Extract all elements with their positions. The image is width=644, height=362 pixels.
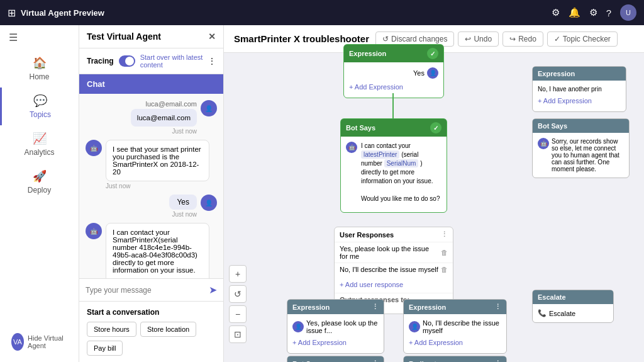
topics-icon: 💬 — [33, 94, 47, 108]
conv-btn-location[interactable]: Store location — [140, 322, 196, 337]
fit-button[interactable]: ⊡ — [229, 325, 247, 343]
sidebar-item-deploy-label: Deploy — [28, 186, 51, 195]
message-user-1: luca@email.com luca@email.com Just now 👤 — [86, 100, 217, 135]
expression-node-1[interactable]: Expression ✓ Yes 👤 + Add Expression — [343, 44, 444, 98]
bell-icon[interactable]: 🔔 — [569, 7, 580, 18]
bot-says-node-2[interactable]: Bot Says ⋮ 🤖 Ok, I am contacting the pri… — [287, 356, 384, 362]
add-user-response[interactable]: + Add user response — [335, 276, 453, 293]
close-icon[interactable]: ✕ — [208, 31, 216, 42]
user-avatar-1: 👤 — [201, 100, 217, 116]
reset-button[interactable]: ↺ — [229, 285, 247, 303]
user-bubble-1: luca@email.com — [131, 109, 197, 127]
user-avatar-2: 👤 — [201, 195, 217, 211]
analytics-icon: 📈 — [33, 132, 47, 145]
expression-right-node[interactable]: Expression No, I have another prin + Add… — [532, 66, 626, 112]
panel-header: Test Virtual Agent ✕ — [79, 25, 223, 48]
conversation-start-title: Start a conversation — [87, 308, 216, 317]
sidebar-item-home-label: Home — [29, 72, 49, 81]
bot-avatar-1: 🤖 — [86, 140, 102, 156]
chat-input-field[interactable] — [86, 286, 209, 295]
zoom-controls: + ↺ − ⊡ — [229, 265, 247, 343]
sidebar-item-analytics-label: Analytics — [24, 148, 54, 157]
expr3-avatar: 👤 — [409, 321, 420, 332]
topbar: ⊞ Virtual Agent Preview ⚙ 🔔 ⚙ ? U — [0, 0, 644, 25]
tracing-label: Tracing — [87, 57, 114, 65]
hide-va-label: Hide Virtual Agent — [28, 334, 67, 349]
deploy-icon: 🚀 — [33, 169, 47, 183]
sidebar: ☰ 🏠 Home 💬 Topics 📈 Analytics 🚀 Deploy V… — [0, 25, 79, 362]
sidebar-item-topics-label: Topics — [30, 110, 51, 119]
help-icon[interactable]: ? — [606, 8, 611, 18]
escalate-node[interactable]: Escalate 📞 Escalate — [532, 290, 614, 323]
sidebar-item-deploy[interactable]: 🚀 Deploy — [0, 163, 79, 201]
sidebar-item-analytics[interactable]: 📈 Analytics — [0, 125, 79, 163]
user-avatar[interactable]: U — [620, 4, 636, 21]
bot-bubble-2: I can contact your SmartPrinterX(serial … — [106, 223, 209, 278]
redirect-node[interactable]: Redirect ⋮ 🔄 Printer - Printer is not pr… — [403, 356, 507, 362]
check-badge-2: ✓ — [430, 122, 441, 133]
tracing-toggle[interactable] — [119, 55, 135, 67]
delete-row-2[interactable]: 🗑 — [441, 266, 448, 273]
sidebar-item-home[interactable]: 🏠 Home — [0, 50, 79, 88]
user-response-row-2[interactable]: No, I'll describe the issue myself 🗑 — [335, 263, 453, 276]
conv-btn-pay[interactable]: Pay bill — [87, 341, 123, 356]
bot-says-right-node[interactable]: Bot Says 🤖 Sorry, our records show so el… — [532, 118, 630, 178]
tracing-more-icon[interactable]: ⋮ — [208, 57, 216, 65]
node-avatar-1: 👤 — [427, 67, 438, 79]
message-bot-1: 🤖 I see that your smart printer you purc… — [86, 140, 217, 189]
zoom-out-button[interactable]: − — [229, 305, 247, 323]
flow-canvas-area: SmartPrinter X troubleshooter ↺ Discard … — [224, 25, 644, 362]
bot-says-node-1[interactable]: Bot Says ✓ 🤖 I can contact your latestPr… — [340, 118, 447, 213]
sidebar-item-topics[interactable]: 💬 Topics — [0, 88, 79, 125]
message-bot-2: 🤖 I can contact your SmartPrinterX(seria… — [86, 223, 217, 278]
add-expression-1[interactable]: + Add Expression — [349, 81, 438, 93]
gear-icon[interactable]: ⚙ — [589, 7, 597, 18]
message-user-reply: Yes Just now 👤 — [86, 195, 217, 218]
escalate-icon: 📞 — [538, 309, 547, 317]
expression-node-2[interactable]: Expression ⋮ 👤 Yes, please look up the i… — [287, 299, 384, 354]
add-expression-2[interactable]: + Add Expression — [292, 337, 379, 348]
user-reply-bubble: Yes — [169, 195, 197, 210]
home-icon: 🏠 — [33, 56, 47, 70]
restart-label[interactable]: Start over with latest content — [140, 54, 203, 69]
user-response-row-1[interactable]: Yes, please look up the issue for me 🗑 — [335, 242, 453, 263]
va-avatar: VA — [11, 333, 24, 351]
check-badge-1: ✓ — [427, 48, 438, 59]
expression-node-3[interactable]: Expression ⋮ 👤 No, I'll describe the iss… — [403, 299, 507, 354]
bot-bubble-1: I see that your smart printer you purcha… — [106, 140, 209, 181]
bot-right-avatar: 🤖 — [538, 138, 549, 149]
flow-canvas: Expression ✓ Yes 👤 + Add Expression Bot … — [224, 25, 644, 362]
add-expression-3[interactable]: + Add Expression — [409, 337, 501, 348]
panel-title: Test Virtual Agent — [87, 31, 161, 42]
grid-icon: ⊞ — [8, 7, 16, 19]
chat-body[interactable]: luca@email.com luca@email.com Just now 👤… — [79, 94, 223, 278]
delete-row-1[interactable]: 🗑 — [441, 249, 448, 256]
toggle-knob — [125, 57, 134, 65]
bot-node-avatar: 🤖 — [346, 142, 357, 153]
app-title: Virtual Agent Preview — [21, 8, 104, 18]
zoom-in-button[interactable]: + — [229, 265, 247, 283]
hide-virtual-agent-button[interactable]: VA Hide Virtual Agent — [6, 328, 72, 356]
bot-avatar-2: 🤖 — [86, 223, 102, 239]
chat-section-header: Chat — [79, 74, 223, 94]
chat-input-bar: ➤ — [79, 278, 223, 301]
connector-1 — [392, 93, 394, 118]
hamburger-button[interactable]: ☰ — [0, 25, 79, 50]
conv-btn-hours[interactable]: Store hours — [87, 322, 136, 337]
send-icon[interactable]: ➤ — [209, 284, 217, 296]
expr2-avatar: 👤 — [292, 321, 304, 332]
conversation-start-section: Start a conversation Store hours Store l… — [79, 301, 223, 362]
add-expression-right[interactable]: + Add Expression — [538, 95, 621, 106]
tracing-bar: Tracing Start over with latest content ⋮ — [79, 48, 223, 74]
conversation-start-buttons: Store hours Store location Pay bill — [87, 322, 216, 356]
chat-panel: Test Virtual Agent ✕ Tracing Start over … — [79, 25, 224, 362]
settings-icon[interactable]: ⚙ — [552, 7, 560, 18]
